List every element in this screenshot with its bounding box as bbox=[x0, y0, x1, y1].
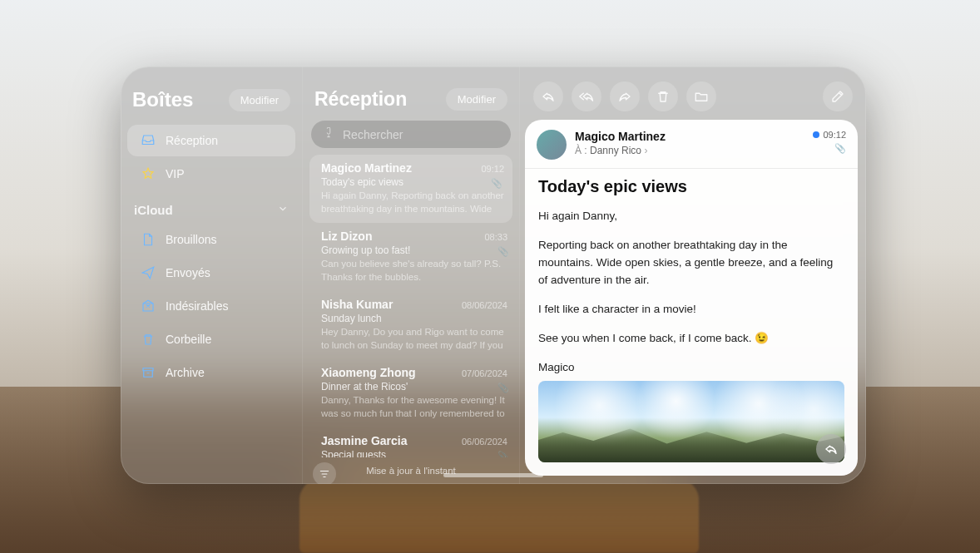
reader-header: Magico Martinez À : Danny Rico › 09:12 📎 bbox=[525, 120, 858, 169]
body-paragraph: I felt like a character in a movie! bbox=[538, 301, 844, 318]
sidebar-item-label: Envoyés bbox=[166, 266, 210, 279]
message-item[interactable]: Liz Dizon 08:33 Growing up too fast! Can… bbox=[303, 223, 519, 291]
mic-icon bbox=[323, 127, 334, 141]
message-from: Nisha Kumar bbox=[321, 298, 393, 311]
body-paragraph: Hi again Danny, bbox=[538, 208, 844, 225]
mailboxes-sidebar: Boîtes Modifier Réception VIP iCloud bbox=[121, 67, 302, 484]
sidebar-item-label: VIP bbox=[166, 167, 185, 180]
sidebar-item-label: Brouillons bbox=[166, 233, 216, 246]
reader-to-line[interactable]: À : Danny Rico › bbox=[575, 145, 804, 156]
message-list-column: Réception Modifier Magico Martinez 09:12… bbox=[302, 67, 520, 484]
message-preview: Danny, Thanks for the awesome evening! I… bbox=[321, 394, 507, 419]
reply-all-button[interactable] bbox=[572, 81, 601, 111]
paperplane-icon bbox=[141, 265, 156, 280]
document-icon bbox=[141, 232, 156, 247]
compose-button[interactable] bbox=[823, 81, 853, 111]
sidebar-item-drafts[interactable]: Brouillons bbox=[127, 224, 295, 255]
attachment-icon: 📎 bbox=[491, 178, 502, 189]
message-from: Jasmine Garcia bbox=[321, 434, 408, 447]
list-edit-button[interactable]: Modifier bbox=[446, 88, 507, 111]
star-icon bbox=[141, 166, 156, 181]
mail-window: Boîtes Modifier Réception VIP iCloud bbox=[121, 67, 866, 484]
to-label: À : bbox=[575, 145, 587, 156]
list-title: Réception bbox=[314, 88, 407, 111]
message-reader: Magico Martinez À : Danny Rico › 09:12 📎… bbox=[525, 120, 858, 476]
message-subject: Sunday lunch bbox=[321, 313, 507, 324]
attachment-image[interactable] bbox=[538, 381, 844, 462]
forward-button[interactable] bbox=[610, 81, 640, 111]
sidebar-item-label: Réception bbox=[166, 134, 218, 147]
to-name: Danny Rico bbox=[590, 145, 641, 156]
message-from: Liz Dizon bbox=[321, 230, 372, 243]
sidebar-item-archive[interactable]: Archive bbox=[127, 357, 295, 388]
message-item[interactable]: Nisha Kumar 08/06/2024 Sunday lunch Hey … bbox=[303, 291, 519, 359]
sidebar-item-trash[interactable]: Corbeille bbox=[127, 323, 295, 355]
move-button[interactable] bbox=[686, 81, 716, 111]
message-subject: Growing up too fast! bbox=[321, 244, 507, 256]
message-time: 06/06/2024 bbox=[462, 437, 507, 447]
quick-reply-button[interactable] bbox=[816, 434, 846, 464]
message-time: 08/06/2024 bbox=[462, 300, 507, 310]
body-paragraph: Reporting back on another breathtaking d… bbox=[538, 237, 844, 289]
body-paragraph: Magico bbox=[538, 359, 844, 377]
sender-avatar bbox=[537, 130, 567, 160]
message-preview: Hi again Danny, Reporting back on anothe… bbox=[321, 190, 504, 215]
message-list[interactable]: Magico Martinez 09:12 Today's epic views… bbox=[303, 155, 519, 457]
inbox-icon bbox=[141, 133, 156, 148]
sidebar-item-vip[interactable]: VIP bbox=[127, 158, 295, 190]
filter-button[interactable] bbox=[313, 462, 336, 484]
trash-icon bbox=[141, 332, 156, 347]
message-subject: Dinner at the Ricos' bbox=[321, 381, 507, 393]
attachment-icon: 📎 bbox=[813, 143, 846, 154]
message-subject: Special guests bbox=[321, 449, 507, 457]
message-preview: Hey Danny, Do you and Rigo want to come … bbox=[321, 326, 507, 351]
reader-body: Hi again Danny, Reporting back on anothe… bbox=[525, 200, 858, 381]
reader-time: 09:12 bbox=[823, 130, 846, 140]
delete-button[interactable] bbox=[648, 81, 678, 111]
message-item[interactable]: Xiaomeng Zhong 07/06/2024 Dinner at the … bbox=[303, 359, 519, 427]
sidebar-item-inbox[interactable]: Réception bbox=[127, 125, 295, 156]
sidebar-item-label: Archive bbox=[166, 366, 205, 379]
chevron-down-icon bbox=[277, 203, 289, 217]
sidebar-item-sent[interactable]: Envoyés bbox=[127, 257, 295, 289]
message-subject: Today's epic views bbox=[321, 176, 504, 188]
reading-column: Magico Martinez À : Danny Rico › 09:12 📎… bbox=[520, 67, 866, 484]
chevron-right-icon: › bbox=[644, 145, 647, 156]
message-time: 08:33 bbox=[484, 232, 507, 242]
reader-subject: Today's epic views bbox=[525, 169, 858, 200]
home-indicator[interactable] bbox=[443, 473, 543, 477]
reader-from: Magico Martinez bbox=[575, 130, 804, 143]
search-field[interactable] bbox=[311, 121, 511, 148]
section-label: iCloud bbox=[134, 203, 173, 217]
message-preview: Can you believe she's already so tall? P… bbox=[321, 258, 507, 283]
sidebar-item-junk[interactable]: Indésirables bbox=[127, 290, 295, 322]
attachment-icon: 📎 bbox=[497, 383, 509, 393]
sidebar-edit-button[interactable]: Modifier bbox=[229, 89, 290, 111]
attachment-icon: 📎 bbox=[497, 246, 509, 257]
spam-icon bbox=[141, 299, 156, 314]
archive-icon bbox=[141, 365, 156, 380]
search-input[interactable] bbox=[343, 128, 499, 141]
attachment-icon: 📎 bbox=[497, 451, 509, 457]
sidebar-item-label: Corbeille bbox=[166, 333, 211, 346]
message-time: 09:12 bbox=[481, 164, 504, 174]
body-paragraph: See you when I come back, if I come back… bbox=[538, 330, 844, 348]
message-from: Magico Martinez bbox=[321, 161, 412, 175]
message-toolbar bbox=[520, 67, 866, 120]
message-from: Xiaomeng Zhong bbox=[321, 366, 416, 379]
sidebar-item-label: Indésirables bbox=[166, 299, 229, 313]
reply-button[interactable] bbox=[533, 81, 563, 111]
list-status: Mise à jour à l'instant bbox=[366, 466, 456, 476]
unread-dot-icon bbox=[813, 131, 819, 138]
sidebar-title: Boîtes bbox=[132, 88, 193, 111]
message-item[interactable]: Magico Martinez 09:12 Today's epic views… bbox=[309, 155, 512, 223]
sidebar-section-icloud[interactable]: iCloud bbox=[121, 191, 302, 222]
message-time: 07/06/2024 bbox=[462, 368, 507, 378]
message-item[interactable]: Jasmine Garcia 06/06/2024 Special guests… bbox=[303, 427, 519, 457]
